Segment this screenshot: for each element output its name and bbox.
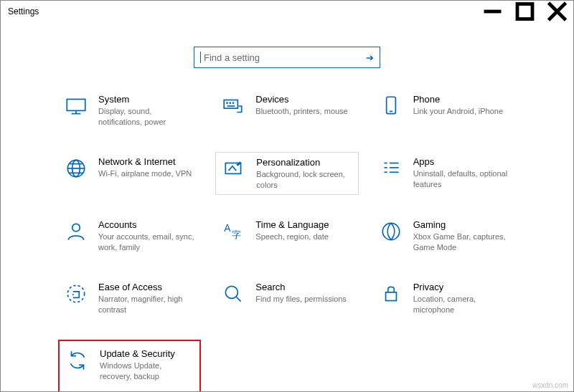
maximize-button[interactable]	[509, 1, 541, 22]
tile-phone[interactable]: PhoneLink your Android, iPhone	[373, 90, 516, 132]
tile-desc: Your accounts, email, sync, work, family	[98, 231, 195, 253]
tile-desc: Find my files, permissions	[255, 294, 347, 305]
tile-title: Network & Internet	[98, 156, 192, 167]
tile-desc: Speech, region, date	[255, 231, 329, 242]
svg-rect-4	[67, 99, 85, 110]
svg-point-9	[230, 102, 231, 103]
person-icon	[64, 219, 88, 244]
tile-title: Search	[255, 282, 347, 292]
svg-rect-1	[517, 4, 532, 19]
keyboard-icon	[221, 94, 245, 118]
window-title: Settings	[8, 6, 39, 16]
monitor-icon	[64, 94, 88, 118]
search-icon: ➔	[366, 52, 374, 63]
tile-desc: Uninstall, defaults, optional features	[413, 168, 510, 190]
tile-title: System	[98, 94, 195, 105]
titlebar: Settings	[1, 1, 573, 22]
tile-title: Gaming	[413, 219, 510, 230]
close-icon	[541, 1, 573, 22]
globe-icon	[64, 156, 88, 181]
search-input[interactable]: Find a setting ➔	[194, 47, 380, 68]
language-icon: A字	[221, 219, 245, 244]
maximize-icon	[509, 1, 541, 22]
tile-network[interactable]: Network & InternetWi-Fi, airplane mode, …	[58, 152, 201, 196]
tile-desc: Xbox Game Bar, captures, Game Mode	[413, 231, 510, 253]
svg-rect-34	[385, 292, 396, 301]
tile-system[interactable]: SystemDisplay, sound, notifications, pow…	[58, 90, 201, 132]
gaming-icon	[379, 219, 403, 244]
svg-line-33	[237, 297, 241, 301]
text-cursor	[200, 52, 201, 63]
minimize-button[interactable]	[476, 1, 509, 22]
tile-ease-of-access[interactable]: Ease of AccessNarrator, magnifier, high …	[58, 277, 201, 320]
tile-privacy[interactable]: PrivacyLocation, camera, microphone	[373, 277, 516, 320]
tile-update-security[interactable]: Update & SecurityWindows Update, recover…	[58, 340, 201, 392]
search-placeholder: Find a setting	[204, 52, 260, 63]
svg-text:字: 字	[232, 229, 241, 240]
tile-time-language[interactable]: A字 Time & LanguageSpeech, region, date	[215, 215, 358, 257]
tile-title: Devices	[255, 94, 347, 105]
tile-accounts[interactable]: AccountsYour accounts, email, sync, work…	[58, 215, 201, 257]
tile-desc: Display, sound, notifications, power	[98, 106, 195, 128]
tile-search[interactable]: SearchFind my files, permissions	[215, 277, 358, 320]
minimize-icon	[476, 1, 509, 22]
svg-point-31	[72, 294, 74, 295]
paint-icon	[222, 157, 246, 181]
tile-title: Personalization	[256, 157, 352, 168]
svg-point-26	[72, 224, 80, 232]
svg-point-32	[226, 286, 238, 298]
lock-icon	[379, 282, 403, 306]
tile-desc: Link your Android, iPhone	[413, 106, 503, 117]
tile-desc: Background, lock screen, colors	[256, 169, 352, 191]
close-button[interactable]	[541, 1, 573, 22]
watermark: wsxdn.com	[532, 381, 568, 389]
tile-title: Privacy	[413, 282, 510, 292]
tile-title: Phone	[413, 94, 503, 105]
tile-desc: Narrator, magnifier, high contrast	[98, 294, 195, 315]
tile-desc: Wi-Fi, airplane mode, VPN	[98, 168, 192, 179]
content-area: Find a setting ➔ SystemDisplay, sound, n…	[1, 22, 573, 392]
svg-point-8	[227, 102, 227, 103]
ease-icon	[64, 282, 88, 306]
tile-gaming[interactable]: GamingXbox Game Bar, captures, Game Mode	[373, 215, 516, 257]
tile-title: Ease of Access	[98, 282, 195, 292]
tile-desc: Windows Update, recovery, backup	[100, 360, 194, 382]
svg-point-29	[382, 224, 399, 240]
svg-point-30	[67, 285, 84, 302]
svg-point-10	[233, 102, 234, 103]
tile-title: Time & Language	[255, 219, 329, 230]
tile-title: Accounts	[98, 219, 195, 230]
sync-icon	[65, 348, 90, 373]
apps-icon	[379, 156, 403, 181]
svg-rect-7	[225, 100, 238, 109]
settings-grid: SystemDisplay, sound, notifications, pow…	[29, 90, 545, 392]
tile-desc: Bluetooth, printers, mouse	[255, 106, 347, 117]
svg-text:A: A	[225, 222, 232, 234]
tile-title: Update & Security	[100, 348, 194, 359]
tile-devices[interactable]: DevicesBluetooth, printers, mouse	[215, 90, 358, 132]
tile-desc: Location, camera, microphone	[413, 294, 510, 315]
tile-title: Apps	[413, 156, 510, 167]
tile-personalization[interactable]: PersonalizationBackground, lock screen, …	[215, 152, 358, 196]
tile-apps[interactable]: AppsUninstall, defaults, optional featur…	[373, 152, 516, 196]
phone-icon	[379, 94, 403, 118]
magnifier-icon	[221, 282, 245, 306]
